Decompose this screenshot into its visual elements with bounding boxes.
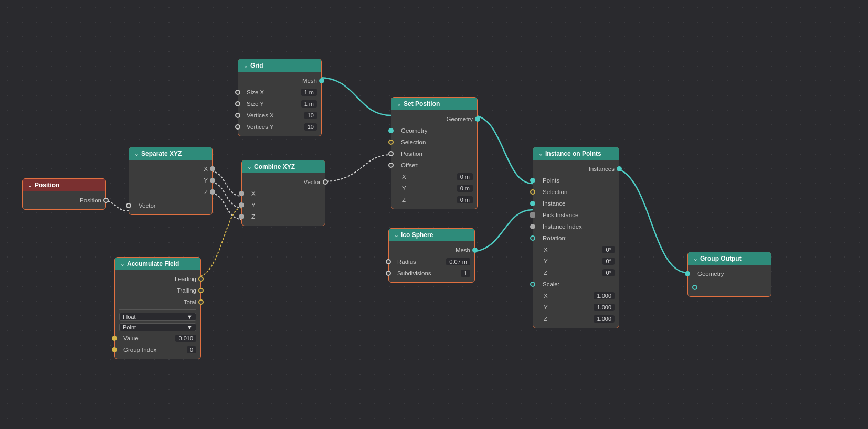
accumulate-field-node: ⌄ Accumulate Field Leading Trailing Tota… <box>114 257 201 359</box>
sp-geometry-out-row: Geometry <box>391 113 477 125</box>
af-value-socket[interactable] <box>112 336 117 341</box>
ico-radius-row: Radius 0.07 m <box>389 256 474 267</box>
sp-selection-row: Selection <box>391 136 477 148</box>
grid-verticesx-row: Vertices X 10 <box>238 110 321 121</box>
separate-xyz-node: ⌄ Separate XYZ X Y Z Vector <box>129 147 213 215</box>
cxyz-x-socket[interactable] <box>239 191 244 196</box>
iop-scale-y-row: Y 1.000 <box>533 302 619 313</box>
ico-sphere-node: ⌄ Ico Sphere Mesh Radius 0.07 m Subdivis… <box>388 228 475 283</box>
go-extra-socket[interactable] <box>692 285 697 290</box>
cxyz-vector-socket[interactable] <box>323 179 328 185</box>
iop-rot-x-row: X 0° <box>533 244 619 255</box>
cxyz-vector-row: Vector <box>242 176 325 188</box>
set-position-header: ⌄ Set Position <box>391 98 477 110</box>
iop-selection-socket[interactable] <box>530 189 535 195</box>
iop-scale-label-row: Scale: <box>533 278 619 290</box>
af-leading-socket[interactable] <box>198 276 204 282</box>
sxyz-y-socket[interactable] <box>210 178 215 183</box>
iop-instance-index-row: Instance Index <box>533 221 619 232</box>
iop-points-socket[interactable] <box>530 178 535 183</box>
iop-instances-out-row: Instances <box>533 163 619 175</box>
sp-selection-socket[interactable] <box>388 140 394 145</box>
iop-scale-socket[interactable] <box>530 282 535 287</box>
iop-scale-x-row: X 1.000 <box>533 290 619 302</box>
grid-node: ⌄ Grid Mesh Size X 1 m Size Y 1 m Vertic… <box>238 59 322 136</box>
iop-rotation-socket[interactable] <box>530 235 535 241</box>
position-output-row: Position <box>23 195 105 206</box>
chevron-icon-sp: ⌄ <box>397 101 401 107</box>
sp-offset-socket[interactable] <box>388 163 394 168</box>
go-geometry-row: Geometry <box>688 268 771 280</box>
group-output-node: ⌄ Group Output Geometry <box>687 252 771 297</box>
sp-offset-z-row: Z 0 m <box>391 194 477 206</box>
grid-verticesy-socket[interactable] <box>235 124 240 130</box>
set-position-node: ⌄ Set Position Geometry Geometry Selecti… <box>391 97 478 209</box>
iop-title: Instance on Points <box>545 150 601 157</box>
combine-xyz-node: ⌄ Combine XYZ Vector X Y Z <box>241 160 325 226</box>
grid-mesh-row: Mesh <box>238 75 321 87</box>
af-groupindex-socket[interactable] <box>112 347 117 352</box>
cxyz-x-row: X <box>242 188 325 199</box>
iop-rotation-label-row: Rotation: <box>533 232 619 244</box>
go-geometry-socket[interactable] <box>685 271 690 276</box>
cxyz-y-row: Y <box>242 199 325 211</box>
iop-instance-row: Instance <box>533 198 619 209</box>
sp-offset-label-row: Offset: <box>391 159 477 171</box>
sxyz-vector-socket[interactable] <box>126 203 131 208</box>
ico-subdivisions-row: Subdivisions 1 <box>389 267 474 279</box>
sxyz-z-socket[interactable] <box>210 189 215 195</box>
grid-sizex-socket[interactable] <box>235 90 240 95</box>
af-total-socket[interactable] <box>198 299 204 305</box>
iop-instances-out-socket[interactable] <box>617 166 622 171</box>
cxyz-z-socket[interactable] <box>239 214 244 219</box>
ico-subdivisions-socket[interactable] <box>386 271 391 276</box>
sxyz-x-socket[interactable] <box>210 166 215 171</box>
iop-selection-row: Selection <box>533 186 619 198</box>
iop-pick-instance-row: Pick Instance <box>533 209 619 221</box>
cxyz-y-socket[interactable] <box>239 202 244 208</box>
iop-instance-socket[interactable] <box>530 201 535 206</box>
go-extra-socket-row <box>688 282 771 293</box>
sp-geometry-out-socket[interactable] <box>475 116 480 122</box>
position-output-socket[interactable] <box>103 198 109 203</box>
af-value-row: Value 0.010 <box>115 333 200 344</box>
sp-offset-x-row: X 0 m <box>391 171 477 183</box>
group-output-header: ⌄ Group Output <box>688 252 771 265</box>
chevron-icon-af: ⌄ <box>120 261 124 267</box>
grid-verticesx-socket[interactable] <box>235 113 240 118</box>
chevron-icon-cxyz: ⌄ <box>247 164 251 170</box>
separate-xyz-title: Separate XYZ <box>141 150 182 157</box>
af-point-dropdown[interactable]: Point▼ <box>119 323 196 331</box>
position-node-header: ⌄ Position <box>23 179 105 191</box>
sp-offset-y-row: Y 0 m <box>391 183 477 194</box>
grid-sizey-socket[interactable] <box>235 101 240 106</box>
grid-title: Grid <box>250 62 263 69</box>
accumulate-field-header: ⌄ Accumulate Field <box>115 258 200 270</box>
af-trailing-socket[interactable] <box>198 288 204 293</box>
af-total-row: Total <box>115 296 200 308</box>
accumulate-field-title: Accumulate Field <box>127 260 179 267</box>
iop-pick-instance-socket[interactable] <box>530 212 535 218</box>
af-groupindex-row: Group Index 0 <box>115 344 200 356</box>
af-float-dropdown-row: Float▼ <box>115 312 200 322</box>
sp-geometry-in-socket[interactable] <box>388 128 394 133</box>
chevron-icon: ⌄ <box>28 183 32 188</box>
ico-mesh-out-row: Mesh <box>389 244 474 256</box>
af-leading-row: Leading <box>115 273 200 285</box>
group-output-title: Group Output <box>700 255 742 262</box>
ico-mesh-out-socket[interactable] <box>472 248 478 253</box>
ico-radius-socket[interactable] <box>386 259 391 264</box>
af-trailing-row: Trailing <box>115 285 200 296</box>
sp-position-socket[interactable] <box>388 151 394 156</box>
af-point-dropdown-row: Point▼ <box>115 322 200 333</box>
position-node: ⌄ Position Position <box>22 178 106 210</box>
sxyz-y-row: Y <box>129 175 212 186</box>
grid-mesh-socket[interactable] <box>319 78 324 83</box>
iop-scale-z-row: Z 1.000 <box>533 313 619 325</box>
grid-verticesy-row: Vertices Y 10 <box>238 121 321 133</box>
instance-on-points-node: ⌄ Instance on Points Instances Points Se… <box>533 147 619 328</box>
iop-instance-index-socket[interactable] <box>530 224 535 229</box>
chevron-icon-go: ⌄ <box>693 256 697 262</box>
af-float-dropdown[interactable]: Float▼ <box>119 313 196 321</box>
grid-sizey-row: Size Y 1 m <box>238 98 321 110</box>
